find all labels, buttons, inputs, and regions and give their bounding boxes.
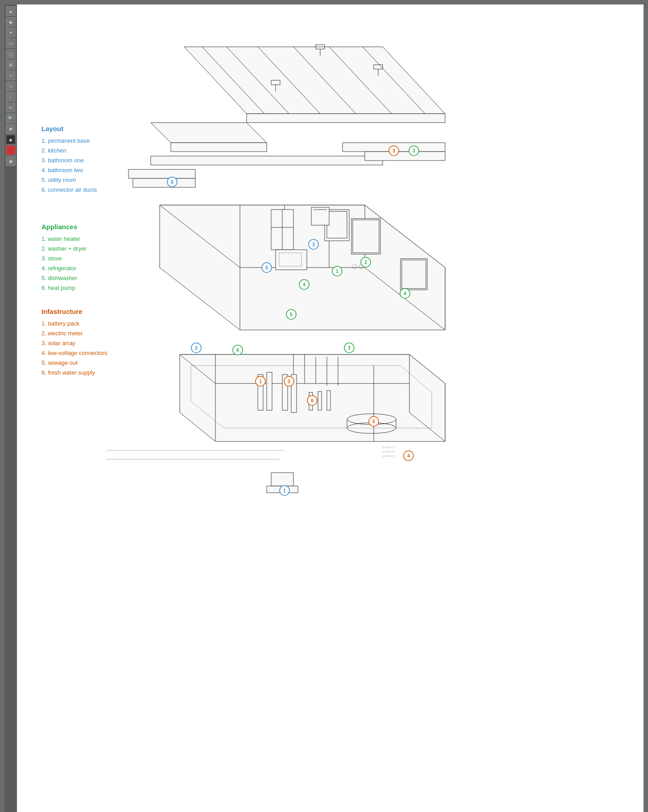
svg-text:5: 5 bbox=[372, 419, 375, 424]
legend-container: Layout 1. permanent base 2. kitchen 3. b… bbox=[41, 125, 97, 195]
infrastructure-container: Infastructure 1. battery pack 2. electri… bbox=[41, 308, 107, 378]
svg-text:3: 3 bbox=[348, 346, 351, 350]
main-canvas: Layout 1. permanent base 2. kitchen 3. b… bbox=[17, 4, 644, 812]
svg-text:1: 1 bbox=[283, 488, 286, 493]
tool-hand[interactable]: ✱ bbox=[6, 124, 16, 134]
svg-text:EV/PV CC: EV/PV CC bbox=[383, 450, 396, 453]
svg-text:EV/PV CC: EV/PV CC bbox=[383, 446, 396, 449]
tool-dot[interactable]: • bbox=[6, 70, 16, 80]
layout-item-4: 4. bathroom two bbox=[41, 165, 97, 175]
svg-marker-14 bbox=[247, 114, 445, 123]
svg-text:3: 3 bbox=[392, 148, 395, 153]
layout-item-5: 5. utility room bbox=[41, 175, 97, 185]
svg-text:3: 3 bbox=[413, 148, 415, 153]
appliance-item-4: 4. refrigerator bbox=[41, 264, 87, 273]
svg-text:1: 1 bbox=[336, 269, 338, 274]
svg-text:1: 1 bbox=[259, 379, 262, 384]
appliance-item-3: 3. stove bbox=[41, 254, 87, 264]
layout-item-2: 2. kitchen bbox=[41, 146, 97, 156]
tool-grid[interactable]: ⊞ bbox=[6, 60, 16, 70]
svg-rect-39 bbox=[402, 260, 426, 289]
svg-text:3: 3 bbox=[312, 242, 315, 247]
svg-marker-0 bbox=[184, 47, 445, 114]
infra-item-6: 6. fresh water supply bbox=[41, 368, 107, 378]
appliance-item-1: 1. water heater bbox=[41, 234, 87, 244]
svg-text:6: 6 bbox=[171, 180, 173, 185]
infra-item-1: 1. battery pack bbox=[41, 319, 107, 329]
appliance-item-5: 5. dishwasher bbox=[41, 273, 87, 283]
svg-text:4: 4 bbox=[407, 453, 410, 458]
diagram-svg: .arch-line { stroke: #333; stroke-width:… bbox=[106, 18, 454, 508]
svg-marker-18 bbox=[365, 152, 445, 161]
svg-text:6: 6 bbox=[311, 398, 314, 403]
tool-pen[interactable]: ✏ bbox=[6, 103, 16, 112]
layout-item-3: 3. bathroom one bbox=[41, 156, 97, 165]
infra-list: 1. battery pack 2. electric meter 3. sol… bbox=[41, 319, 107, 378]
svg-text:2: 2 bbox=[364, 260, 367, 265]
tool-line[interactable]: / bbox=[6, 92, 16, 102]
svg-marker-43 bbox=[180, 354, 445, 383]
svg-rect-69 bbox=[271, 473, 293, 486]
svg-text:2: 2 bbox=[195, 346, 198, 350]
svg-rect-54 bbox=[267, 372, 272, 410]
layout-item-6: 6. connector air ducts bbox=[41, 185, 97, 195]
svg-marker-20 bbox=[133, 178, 195, 187]
svg-text:EV/PV CC: EV/PV CC bbox=[383, 455, 396, 458]
appliances-list: 1. water heater 2. washer + dryer 3. sto… bbox=[41, 234, 87, 293]
toolbar: ▲ ◆ ✦ ▭ ◻ ⊞ • ∿ / ✏ 🔍 ✱ ◈ ◉ bbox=[4, 4, 17, 812]
svg-text:2: 2 bbox=[288, 379, 290, 384]
svg-text:5: 5 bbox=[290, 312, 293, 317]
tool-misc[interactable]: ◉ bbox=[6, 156, 16, 166]
svg-text:5: 5 bbox=[265, 265, 268, 270]
tool-arrow[interactable]: ▲ bbox=[6, 6, 16, 16]
svg-text:4: 4 bbox=[404, 291, 406, 296]
tool-curve[interactable]: ∿ bbox=[6, 81, 16, 91]
layout-list: 1. permanent base 2. kitchen 3. bathroom… bbox=[41, 136, 97, 195]
tool-zoom[interactable]: 🔍 bbox=[6, 113, 16, 123]
diagram-area: .arch-line { stroke: #333; stroke-width:… bbox=[106, 18, 454, 508]
infra-title: Infastructure bbox=[41, 308, 107, 315]
layout-title: Layout bbox=[41, 125, 97, 132]
svg-rect-28 bbox=[327, 211, 347, 238]
infra-item-5: 5. sewage out bbox=[41, 358, 107, 368]
appliance-item-2: 2. washer + dryer bbox=[41, 244, 87, 254]
svg-marker-19 bbox=[128, 169, 195, 178]
svg-text:4: 4 bbox=[303, 282, 305, 287]
tool-star[interactable]: ✦ bbox=[6, 28, 16, 37]
tool-select[interactable]: ◈ bbox=[6, 135, 16, 144]
infra-item-4: 4. low-voltage connectors bbox=[41, 348, 107, 358]
svg-rect-30 bbox=[353, 220, 379, 253]
svg-rect-31 bbox=[311, 207, 329, 225]
svg-marker-15 bbox=[171, 143, 267, 152]
svg-marker-16 bbox=[151, 156, 383, 165]
appliances-title: Appliances bbox=[41, 223, 87, 231]
tool-diamond[interactable]: ◆ bbox=[6, 17, 16, 27]
appliances-container: Appliances 1. water heater 2. washer + d… bbox=[41, 223, 87, 293]
appliance-item-6: 6. heat pump bbox=[41, 283, 87, 293]
svg-text:6: 6 bbox=[236, 348, 239, 353]
tool-square[interactable]: ◻ bbox=[6, 49, 16, 59]
infra-item-3: 3. solar array bbox=[41, 338, 107, 348]
infra-item-2: 2. electric meter bbox=[41, 329, 107, 338]
tool-active[interactable] bbox=[6, 145, 16, 155]
layout-item-1: 1. permanent base bbox=[41, 136, 97, 146]
tool-rect[interactable]: ▭ bbox=[6, 38, 16, 48]
svg-marker-13 bbox=[151, 123, 267, 143]
